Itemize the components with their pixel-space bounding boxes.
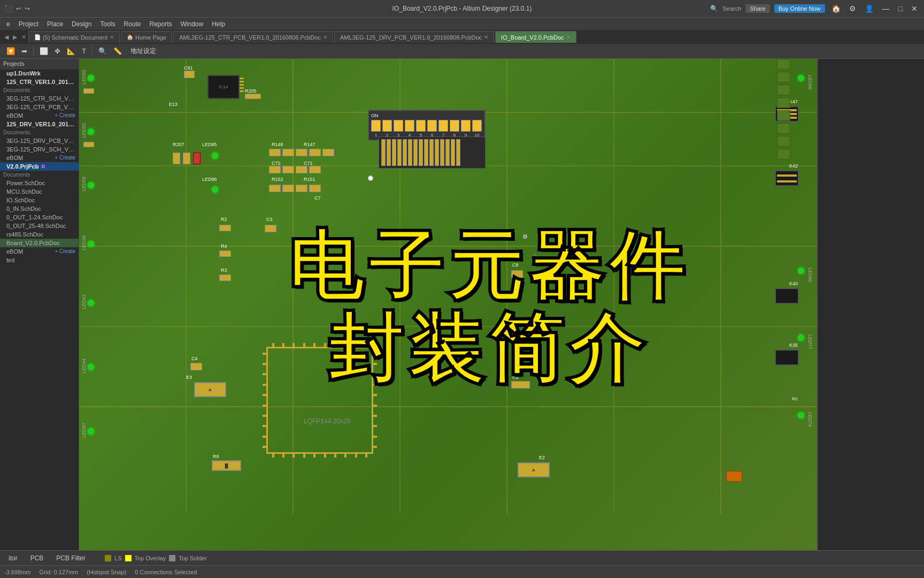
- c4-label: C4: [191, 356, 198, 361]
- filter-icon[interactable]: 🔽: [4, 46, 17, 56]
- r152-label: R152: [272, 177, 283, 182]
- led86-dot: [212, 186, 218, 193]
- dip-btn-10[interactable]: [472, 120, 482, 132]
- share-button[interactable]: Share: [745, 4, 769, 13]
- tab-io-board-close[interactable]: ✕: [566, 34, 571, 40]
- tree-drv-project[interactable]: 125_DRV_VER1.0_20160808.: [0, 120, 79, 128]
- dip-btn-7[interactable]: [438, 120, 448, 132]
- menu-reports[interactable]: Reports: [145, 19, 176, 29]
- create-link-2[interactable]: + Create: [55, 155, 75, 161]
- r2-comp: [219, 225, 231, 231]
- toolbar: 🔽 ➡ ⬜ ✥ 📐 T 🔍 📏 地址设定: [0, 44, 924, 59]
- redo-btn[interactable]: ↪: [25, 5, 30, 12]
- dip-btn-5[interactable]: [416, 120, 426, 132]
- via-gray1: [523, 234, 527, 239]
- dip-btn-6[interactable]: [427, 120, 437, 132]
- tree-ebom3[interactable]: eBOM + Create: [0, 247, 79, 256]
- toolbar-sep1: [33, 47, 34, 56]
- tree-workspace[interactable]: up1.DsnWrk: [0, 69, 79, 78]
- dip-btn-4[interactable]: [405, 120, 414, 132]
- tree-ebom2[interactable]: eBOM + Create: [0, 154, 79, 162]
- menu-place[interactable]: Place: [43, 19, 67, 29]
- tree-out2-sch[interactable]: 0_OUT_25-48.SchDoc: [0, 222, 79, 230]
- tree-ctr-project[interactable]: 125_CTR_VER1.0_20160808: [0, 78, 79, 86]
- tree-drv-pcb[interactable]: 3EG-125_DRV_PCB_VER1.0...: [0, 136, 79, 145]
- tree-board-pcb[interactable]: Board_V2.0.PcbDoc: [0, 239, 79, 247]
- menu-window[interactable]: Window: [176, 19, 208, 29]
- dip-btn-9[interactable]: [461, 120, 471, 132]
- tab-nav-left[interactable]: ◀: [2, 34, 11, 41]
- c4-comp: [190, 363, 202, 370]
- kc-label: Kc: [792, 396, 798, 401]
- tree-v2-project[interactable]: V2.0.PrjPcb D: [0, 162, 79, 171]
- tab-schematic[interactable]: 📄 (5) Schematic Document ✕: [28, 31, 120, 43]
- pcb-canvas[interactable]: LED52 LED55 LED58 LED38 LED41 LED44 LED4…: [79, 59, 817, 550]
- bottom-tab-inspector[interactable]: itor: [4, 553, 22, 563]
- tab-schematic-close[interactable]: ✕: [110, 34, 114, 40]
- c72-label: C72: [272, 161, 281, 166]
- select-icon[interactable]: ⬜: [37, 46, 50, 56]
- arrow-icon[interactable]: ➡: [19, 46, 29, 56]
- move-icon[interactable]: ✥: [52, 46, 63, 56]
- tab-ctr-pcb-close[interactable]: ✕: [323, 34, 327, 40]
- wire-icon[interactable]: 📐: [65, 46, 78, 56]
- tab-close-all[interactable]: ✕: [19, 34, 28, 41]
- tree-rs485-sch[interactable]: rs485.SchDoc: [0, 230, 79, 239]
- tree-ebom1[interactable]: eBOM + Create: [0, 111, 79, 120]
- tab-ctr-pcb[interactable]: AML3EG-125_CTR_PCB_VER1.0_20160808.PcbDo…: [173, 31, 333, 43]
- tree-ted[interactable]: ted: [0, 256, 79, 264]
- measure-icon[interactable]: 📏: [111, 46, 124, 56]
- right-pads-col: [777, 59, 790, 487]
- settings-icon[interactable]: ⚙: [847, 3, 858, 14]
- buy-online-button[interactable]: Buy Online Now: [774, 4, 825, 13]
- tree-out1-sch[interactable]: 0_OUT_1-24.SchDoc: [0, 213, 79, 222]
- led85-dot: [212, 153, 218, 159]
- maximize-icon[interactable]: □: [896, 3, 905, 14]
- tab-bar: ◀ ▶ ✕ 📄 (5) Schematic Document ✕ 🏠 Home …: [0, 30, 924, 44]
- create-link-1[interactable]: + Create: [55, 112, 75, 119]
- undo-btn[interactable]: ↩: [16, 5, 21, 12]
- tree-in-sch[interactable]: 0_IN.SchDoc: [0, 204, 79, 213]
- menu-file[interactable]: e: [2, 19, 14, 29]
- dip-btn-8[interactable]: [450, 120, 459, 132]
- r148-label: R148: [272, 142, 283, 147]
- tree-ctr-sch[interactable]: 3EG-125_CTR_SCH_VER1.0...: [0, 94, 79, 103]
- tab-drv-pcb-close[interactable]: ✕: [484, 34, 488, 40]
- dip-btn-1[interactable]: [371, 120, 381, 132]
- tab-io-board[interactable]: IO_Board_V2.0.PcbDoc ✕: [495, 31, 576, 43]
- c3-comp: [265, 225, 276, 232]
- menu-help[interactable]: Help: [207, 19, 229, 29]
- right-panel: [817, 59, 924, 550]
- create-link-3[interactable]: + Create: [55, 248, 75, 255]
- led80-label: LED80: [807, 268, 813, 283]
- dip-btn-3[interactable]: [394, 120, 403, 132]
- tab-nav-right[interactable]: ▶: [11, 34, 19, 41]
- tree-io-sch[interactable]: IO.SchDoc: [0, 196, 79, 204]
- minimize-icon[interactable]: —: [880, 3, 892, 14]
- dip-btn-2[interactable]: [382, 120, 392, 132]
- led47-dot: [88, 428, 94, 435]
- title-bar: ⬛ ↩ ↪ IO_Board_V2.0.PrjPcb - Altium Desi…: [0, 0, 924, 17]
- tree-power-sch[interactable]: Power.SchDoc: [0, 179, 79, 187]
- user-icon[interactable]: 👤: [863, 3, 876, 14]
- menu-design[interactable]: Design: [67, 19, 96, 29]
- zoom-icon[interactable]: 🔍: [96, 46, 109, 56]
- menu-project[interactable]: Project: [14, 19, 43, 29]
- menu-route[interactable]: Route: [119, 19, 145, 29]
- tree-mcu-sch[interactable]: MCU.SchDoc: [0, 187, 79, 196]
- led77-dot: [798, 334, 804, 341]
- bottom-tab-pcb-filter[interactable]: PCB Filter: [52, 553, 90, 563]
- bottom-tab-pcb[interactable]: PCB: [26, 553, 48, 563]
- tree-ctr-pcb[interactable]: 3EG-125_CTR_PCB_VER1.0...: [0, 103, 79, 111]
- close-icon[interactable]: ✕: [909, 3, 920, 14]
- lqfp-bottom-pins: [268, 452, 372, 458]
- tab-homepage[interactable]: 🏠 Home Page: [121, 31, 172, 43]
- menu-tools[interactable]: Tools: [96, 19, 119, 29]
- text-icon[interactable]: T: [80, 46, 88, 56]
- orange-comp-near-e2: [726, 471, 742, 482]
- e13-label: E13: [169, 102, 178, 107]
- k35-label: K35: [789, 343, 798, 348]
- home-icon[interactable]: 🏠: [829, 3, 843, 14]
- tree-drv-sch[interactable]: 3EG-125_DRV_SCH_VER1.0...: [0, 145, 79, 154]
- tab-drv-pcb[interactable]: AML3EG-125_DRV_PCB_VER1.0_20160808.PcbDo…: [334, 31, 494, 43]
